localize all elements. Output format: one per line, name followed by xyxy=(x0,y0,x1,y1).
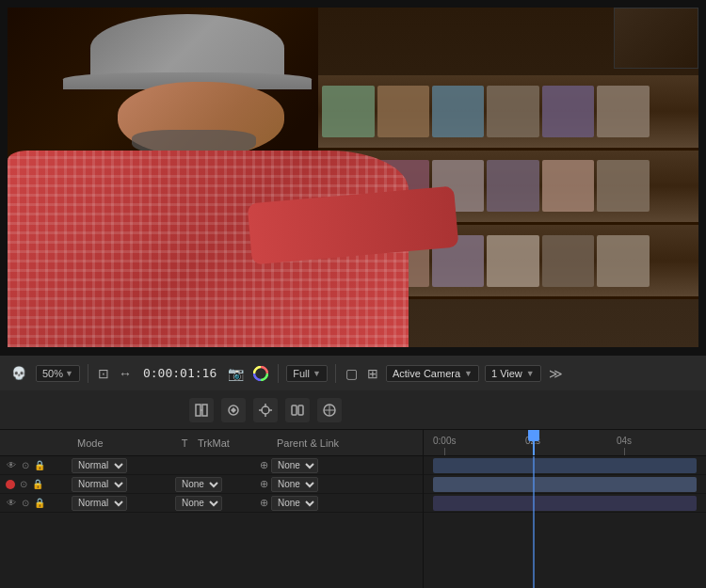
layer-3-mode-select[interactable]: Normal xyxy=(72,496,127,511)
shelf-item xyxy=(487,160,538,212)
layer-1-eye[interactable]: 👁 xyxy=(6,460,17,471)
layers-panel: Mode T TrkMat Parent & Link 👁 xyxy=(0,430,424,588)
shelf-item xyxy=(597,235,649,287)
more-options-button[interactable]: ≫ xyxy=(547,364,565,383)
exposure-button[interactable]: 💀 xyxy=(8,364,30,383)
camera-motion-button[interactable]: ↔ xyxy=(117,364,134,383)
parent-header: Parent & Link xyxy=(277,437,390,449)
layer-1-parent-select[interactable]: None xyxy=(271,458,318,473)
view-chevron: ▼ xyxy=(526,369,535,378)
shelf-item xyxy=(597,160,649,212)
layer-1-lock[interactable]: 🔒 xyxy=(34,460,45,471)
svg-point-5 xyxy=(262,406,269,414)
camera-icon: 📷 xyxy=(228,366,244,381)
grid-icon: ⊞ xyxy=(367,366,378,381)
layers-header: Mode T TrkMat Parent & Link xyxy=(0,430,423,456)
layer-2-trkmat-cell: None xyxy=(175,477,260,492)
region-button[interactable]: ⊡ xyxy=(96,364,111,383)
layer-2-link-icon: ⊕ xyxy=(260,478,268,490)
ruler-tick-4s: 04s xyxy=(617,436,632,455)
zoom-selector[interactable]: 50% ▼ xyxy=(36,365,80,382)
motion-blur-icon xyxy=(258,403,273,418)
layer-row-2: ⊙ 🔒 Normal None ⊕ xyxy=(0,475,423,494)
timeline-ruler[interactable]: 0:00s 02s 04s xyxy=(424,430,706,456)
shelf-item xyxy=(487,235,538,287)
transfer-modes-button[interactable] xyxy=(189,398,214,422)
svg-rect-11 xyxy=(298,405,303,415)
top-right-thumbnail xyxy=(614,8,698,69)
layer-3-eye[interactable]: 👁 xyxy=(6,498,17,509)
skull-icon: 💀 xyxy=(11,366,26,381)
safe-zones-button[interactable]: ▢ xyxy=(344,364,360,383)
ruler-tick-0s: 0:00s xyxy=(433,436,456,455)
layer-2-color xyxy=(6,480,15,489)
timeline-toolbar xyxy=(0,390,706,430)
bottom-panel: Mode T TrkMat Parent & Link 👁 xyxy=(0,390,706,588)
layer-3-trkmat-cell: None xyxy=(175,496,260,511)
camera-value: Active Camera xyxy=(393,368,460,379)
layer-3-parent-select[interactable]: None xyxy=(271,496,318,511)
solo-button[interactable] xyxy=(221,398,246,422)
layer-3-mode-cell: Normal xyxy=(72,496,156,511)
region-icon: ⊡ xyxy=(98,366,109,381)
layer-2-mode-select[interactable]: Normal xyxy=(72,477,127,492)
viewer-toolbar: 💀 50% ▼ ⊡ ↔ 0:00:01:16 xyxy=(0,355,706,390)
frame-blending-button[interactable] xyxy=(285,398,310,422)
layer-1-parent-cell: ⊕ None xyxy=(260,458,373,473)
camera-motion-icon: ↔ xyxy=(119,366,132,381)
layer-2-trkmat-select[interactable]: None xyxy=(175,477,222,492)
layer-3-parent-cell: ⊕ None xyxy=(260,496,373,511)
viewer-area: 💀 50% ▼ ⊡ ↔ 0:00:01:16 xyxy=(0,0,706,390)
view-value: 1 View xyxy=(491,368,522,379)
more-icon: ≫ xyxy=(549,366,563,381)
track-bar-2 xyxy=(433,477,697,492)
timeline-area: Mode T TrkMat Parent & Link 👁 xyxy=(0,430,706,588)
layer-2-solo[interactable]: ⊙ xyxy=(18,479,29,490)
track-row-3 xyxy=(424,494,706,513)
layer-3-icons: 👁 ⊙ 🔒 xyxy=(6,498,72,509)
shelf-item xyxy=(542,235,594,287)
layer-2-icons: ⊙ 🔒 xyxy=(6,479,72,490)
resolution-value: Full xyxy=(293,368,310,379)
timeline-tracks[interactable] xyxy=(424,456,706,588)
layer-1-link-icon: ⊕ xyxy=(260,459,268,471)
shelf-item xyxy=(542,160,594,212)
layer-2-parent-select[interactable]: None xyxy=(271,477,318,492)
transfer-modes-icon xyxy=(194,403,209,418)
safe-zones-icon: ▢ xyxy=(345,366,358,381)
snapshot-button[interactable]: 📷 xyxy=(226,364,246,383)
layer-1-mode-select[interactable]: Normal xyxy=(72,458,127,473)
layer-3-lock[interactable]: 🔒 xyxy=(34,498,45,509)
layer-1-solo[interactable]: ⊙ xyxy=(20,460,31,471)
shelf-item xyxy=(432,86,484,137)
divider-1 xyxy=(88,364,88,383)
timeline-ruler-panel: 0:00s 02s 04s xyxy=(424,430,706,588)
layer-3-trkmat-select[interactable]: None xyxy=(175,496,222,511)
camera-selector[interactable]: Active Camera ▼ xyxy=(386,365,479,382)
color-wheel-button[interactable] xyxy=(251,364,270,383)
layer-2-parent-cell: ⊕ None xyxy=(260,477,373,492)
shelf-item xyxy=(322,86,374,137)
graph-editor-button[interactable] xyxy=(317,398,342,422)
zoom-chevron: ▼ xyxy=(65,369,73,378)
shelf-item xyxy=(487,86,538,137)
time-code: 0:00:01:16 xyxy=(139,366,220,380)
view-selector[interactable]: 1 View ▼ xyxy=(485,365,541,382)
divider-2 xyxy=(278,364,279,383)
layer-1-mode-cell: Normal xyxy=(72,458,156,473)
viewer-panel: 💀 50% ▼ ⊡ ↔ 0:00:01:16 xyxy=(0,0,706,390)
motion-blur-button[interactable] xyxy=(253,398,278,422)
resolution-selector[interactable]: Full ▼ xyxy=(286,365,328,382)
layer-2-lock[interactable]: 🔒 xyxy=(32,479,43,490)
grid-button[interactable]: ⊞ xyxy=(365,364,380,383)
layer-3-solo[interactable]: ⊙ xyxy=(20,498,31,509)
shelf-row-1 xyxy=(318,75,698,150)
color-wheel-icon xyxy=(253,366,268,381)
svg-rect-1 xyxy=(196,405,201,416)
svg-rect-10 xyxy=(292,405,297,415)
track-row-2 xyxy=(424,475,706,494)
track-row-1 xyxy=(424,456,706,475)
graph-editor-icon xyxy=(322,403,337,418)
trkmat-header: TrkMat xyxy=(198,437,273,449)
track-playhead xyxy=(533,456,535,588)
